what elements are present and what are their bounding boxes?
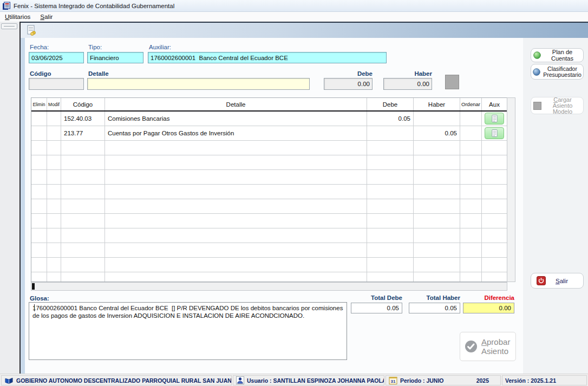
empty-cell — [31, 228, 47, 243]
empty-cell — [367, 214, 414, 228]
horizontal-scrollbar[interactable] — [31, 282, 507, 291]
empty-cell — [31, 214, 47, 228]
empty-cell — [414, 155, 460, 169]
empty-cell — [460, 272, 482, 282]
empty-cell — [61, 141, 105, 155]
empty-cell — [47, 170, 61, 184]
status-bar: GOBIERNO AUTONOMO DESCENTRALIZADO PARROQ… — [0, 374, 588, 386]
empty-cell — [47, 214, 61, 228]
window-title: Fenix - Sistema Integrado de Contabilida… — [14, 3, 174, 9]
table-row[interactable]: 152.40.03 Comisiones Bancarias 0.05 — [31, 112, 507, 126]
empty-cell — [367, 258, 414, 272]
cell-haber — [414, 112, 460, 126]
table-empty-row — [31, 141, 507, 155]
tipo-input[interactable] — [87, 52, 143, 63]
header-modif: Modif — [47, 98, 61, 110]
status-periodo-year: 2025 — [476, 377, 498, 384]
status-usuario-text: Usuario : SANTILLAN ESPINOZA JOHANNA PAO… — [247, 377, 384, 384]
empty-cell — [482, 272, 507, 282]
cell-elimin[interactable] — [31, 112, 47, 126]
debe-input[interactable] — [324, 78, 373, 90]
empty-cell — [61, 185, 105, 199]
table-row[interactable]: 213.77 Cuentas por Pagar Otros Gastos de… — [31, 126, 507, 141]
auxiliar-input[interactable] — [148, 52, 387, 63]
salir-button[interactable]: Salir — [531, 273, 584, 289]
status-version-text: Versión : 2025.1.21 — [505, 377, 556, 384]
menu-salir[interactable]: Salir — [35, 13, 57, 21]
cell-modif[interactable] — [47, 126, 61, 140]
empty-cell — [61, 243, 105, 257]
empty-cell — [61, 170, 105, 184]
debe-label: Debe — [324, 70, 373, 77]
empty-cell — [105, 155, 367, 169]
empty-cell — [47, 185, 61, 199]
splitter-handle[interactable] — [1, 23, 17, 29]
empty-cell — [105, 199, 367, 213]
empty-cell — [414, 170, 460, 184]
empty-cell — [414, 228, 460, 243]
clasificador-presupuestario-button[interactable]: Clasificador Presupuestario — [531, 64, 584, 80]
aprobar-asiento-button[interactable]: Aprobar Asiento — [460, 332, 516, 361]
cell-ordenar[interactable] — [460, 112, 482, 126]
table-empty-row — [31, 170, 507, 185]
aux-button[interactable] — [485, 127, 504, 139]
aprobar-line2: Asiento — [481, 346, 508, 356]
empty-cell — [482, 141, 507, 155]
document-icon — [491, 129, 498, 138]
text-caret — [34, 304, 35, 311]
empty-cell — [31, 170, 47, 184]
empty-cell — [460, 228, 482, 243]
empty-cell — [105, 170, 367, 184]
table-empty-rows — [31, 141, 507, 282]
gray-square-icon — [533, 102, 541, 110]
tipo-label: Tipo: — [88, 44, 102, 50]
fecha-label: Fecha: — [30, 44, 49, 50]
empty-cell — [414, 185, 460, 199]
empty-cell — [482, 185, 507, 199]
empty-cell — [61, 258, 105, 272]
haber-input[interactable] — [383, 78, 432, 90]
table-empty-row — [31, 272, 507, 282]
cargar-line2: Modelo — [553, 108, 572, 115]
empty-cell — [367, 199, 414, 213]
haber-label: Haber — [383, 70, 432, 77]
empty-cell — [460, 243, 482, 257]
empty-cell — [47, 243, 61, 257]
cargar-asiento-modelo-button[interactable]: Cargar Asiento Modelo — [531, 97, 584, 114]
empty-cell — [61, 228, 105, 243]
codigo-input[interactable] — [29, 78, 84, 90]
empty-cell — [61, 214, 105, 228]
table-empty-row — [31, 185, 507, 199]
header-ordenar: Ordenar — [460, 98, 482, 110]
vertical-scrollbar[interactable] — [507, 97, 515, 282]
salir-label: Salir — [556, 278, 568, 284]
entries-table: Elimin Modif Código Detalle Debe Haber O… — [31, 97, 507, 282]
table-empty-row — [31, 155, 507, 170]
fecha-input[interactable] — [29, 52, 84, 63]
empty-cell — [31, 272, 47, 282]
cell-modif[interactable] — [47, 112, 61, 126]
user-icon — [236, 376, 244, 384]
glosa-textarea[interactable]: 1760002600001 Banco Central del Ecuador … — [29, 302, 347, 360]
status-entity: GOBIERNO AUTONOMO DESCENTRALIZADO PARROQ… — [1, 375, 232, 385]
diferencia-label: Diferencia — [463, 295, 514, 301]
new-entry-button[interactable] — [25, 24, 38, 37]
app-icon — [2, 2, 11, 10]
empty-cell — [105, 272, 367, 282]
total-haber-value: 0.05 — [409, 303, 460, 313]
empty-cell — [105, 258, 367, 272]
clasificador-line2: Presupuestario — [543, 71, 582, 78]
empty-cell — [460, 199, 482, 213]
cell-elimin[interactable] — [31, 126, 47, 140]
empty-cell — [31, 141, 47, 155]
empty-cell — [47, 228, 61, 243]
cell-ordenar[interactable] — [460, 126, 482, 140]
cell-haber: 0.05 — [414, 126, 460, 140]
detalle-input[interactable] — [87, 78, 310, 90]
menu-utilitarios[interactable]: Utilitarios — [0, 13, 35, 21]
plan-de-cuentas-button[interactable]: Plan de Cuentas — [531, 48, 584, 62]
empty-cell — [414, 199, 460, 213]
aux-button[interactable] — [485, 113, 504, 125]
add-line-button[interactable] — [445, 75, 459, 89]
scrollbar-thumb[interactable] — [32, 283, 35, 290]
